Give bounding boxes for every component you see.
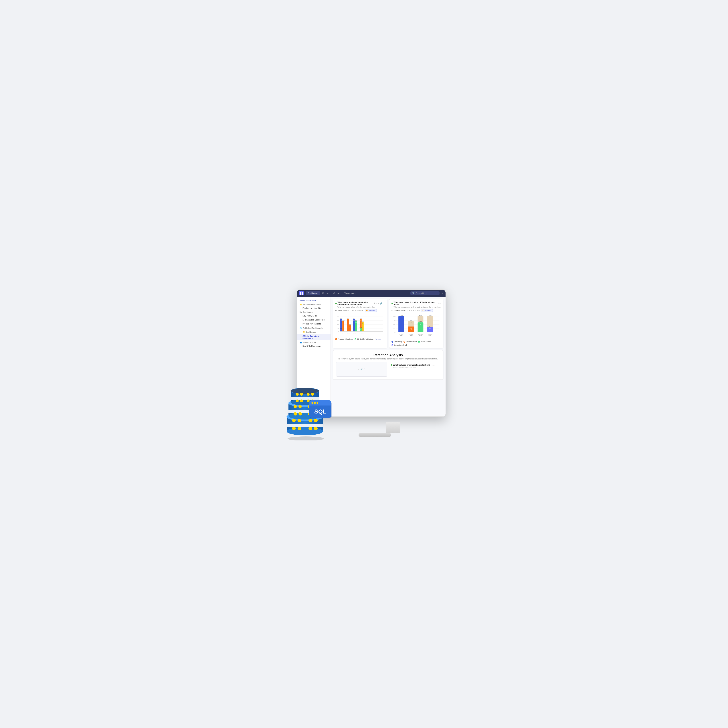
svg-text:61.8%: 61.8% — [419, 321, 422, 322]
svg-rect-13 — [343, 321, 344, 332]
svg-point-90 — [288, 436, 324, 440]
chart2-area: 100% 75% 50% 25% 0% — [392, 314, 441, 340]
svg-text:3: Stream: 3: Stream — [418, 333, 423, 335]
legend-item-purchase: ● Purchase Subscription — [335, 338, 353, 340]
svg-text:0%: 0% — [338, 331, 340, 332]
svg-point-137 — [317, 402, 318, 404]
new-dashboard-button[interactable]: + New Dashboard — [297, 298, 330, 303]
retention-dot — [391, 364, 392, 366]
chart2-title-row: Where are users dropping off in the stre… — [392, 301, 441, 306]
nav-tab-dashboards[interactable]: Dashboards — [306, 291, 320, 295]
chart2-svg: 100% 75% 50% 25% 0% — [392, 314, 441, 340]
svg-text:1: Trial: 1: Trial — [353, 333, 356, 333]
svg-text:84.9%: 84.9% — [342, 320, 344, 321]
logo-dot — [301, 294, 303, 295]
star-icon-ret[interactable]: ☆ — [433, 364, 435, 366]
more-icon[interactable]: ··· — [324, 327, 326, 329]
link-icon[interactable]: 🔗 — [380, 302, 382, 305]
svg-text:3.4K: 3.4K — [410, 322, 412, 323]
legend-label-search: Search Content — [406, 341, 417, 343]
expand-icon[interactable]: ⤢ — [378, 302, 379, 305]
svg-point-114 — [298, 412, 302, 416]
svg-point-93 — [287, 427, 323, 435]
svg-text:31.7%: 31.7% — [428, 326, 431, 327]
svg-text:81.8%: 81.8% — [355, 320, 357, 321]
legend-label-mainlanding: Mainlanding — [394, 341, 402, 343]
nav-tab-cohorts[interactable]: Cohorts — [332, 291, 343, 295]
star-chart2-icon[interactable]: ☆ — [439, 302, 441, 305]
nav-tabs: Dashboards Reports Cohorts Workspaces — [306, 291, 357, 295]
svg-rect-99 — [287, 424, 323, 427]
svg-point-136 — [314, 402, 316, 404]
svg-text:100%: 100% — [347, 318, 349, 319]
sidebar-item-key-yearly[interactable]: Key Yearly KPIs — [297, 314, 330, 318]
retention-features-title: What features are impacting retention? — [393, 364, 430, 366]
content-area: What items are impacting trial to subscr… — [331, 297, 445, 416]
logo-dot — [300, 292, 301, 293]
nav-tab-reports[interactable]: Reports — [321, 291, 331, 295]
svg-point-98 — [314, 419, 318, 422]
svg-point-103 — [314, 427, 318, 430]
sidebar-section-my: My Dashboards — [297, 310, 330, 314]
svg-text:Started: Started — [419, 335, 422, 336]
svg-text:116: 116 — [360, 329, 361, 330]
info-icon-ret[interactable]: ℹ — [432, 364, 433, 366]
info-icon2[interactable]: ℹ — [438, 302, 439, 305]
legend-item-stream-started: 3 Stream Started — [418, 341, 431, 343]
svg-text:S...: S... — [347, 333, 349, 335]
legend-label-notifications: C2: Enable Notifications — [357, 338, 373, 340]
svg-text:15.1%: 15.1% — [340, 328, 343, 329]
retention-section: Retention Analysis re customer loyalty, … — [333, 350, 444, 380]
svg-text:Started: Started — [353, 333, 356, 335]
chart-card-stream: Where are users dropping off in the stre… — [389, 299, 444, 348]
sidebar-item-official-analytics[interactable]: Official Analytics Dashboard — [297, 334, 330, 340]
expand-icon-ret[interactable]: ⤢ — [358, 369, 359, 370]
svg-text:1.1K: 1.1K — [419, 324, 421, 325]
sidebar-item-product-key[interactable]: Product Key Insights — [297, 322, 330, 326]
nav-tab-workspaces[interactable]: Workspaces — [343, 291, 357, 295]
link-icon-ret[interactable]: 🔗 — [361, 369, 362, 370]
star-chart1-icon[interactable]: ☆ — [375, 302, 377, 305]
legend-more[interactable]: +1 more — [375, 338, 381, 340]
sidebar-item-product-key-insights-fav[interactable]: Product Key Insights — [297, 306, 330, 310]
legend-dot-purchase: ● — [335, 338, 337, 340]
svg-text:5.2K: 5.2K — [400, 317, 402, 318]
sidebar-item-key-kpis[interactable]: Key KPIs Dashboard — [297, 344, 330, 348]
chart1-filter-row: All time • 06/05/2022 - 06/05/2022 PDT 🔽… — [335, 309, 385, 312]
search-bar[interactable]: 🔍 Search ⌘ + K — [410, 291, 439, 295]
charts-grid: What items are impacting trial to subscr… — [333, 299, 444, 348]
retention-features-placeholder: Enter a description for this chart... — [391, 367, 439, 369]
chart2-title: Where are users dropping off in the stre… — [394, 301, 437, 306]
legend-label-purchase: Purchase Subscription — [338, 338, 353, 340]
chart1-funnel-btn[interactable]: 🔽 Funnel ▾ — [365, 309, 377, 312]
sql-illustration: SQL — [282, 371, 340, 435]
retention-header: Retention Analysis re customer loyalty, … — [336, 353, 440, 360]
svg-point-128 — [300, 399, 303, 402]
svg-point-123 — [300, 393, 303, 396]
dropdown2-icon: ▾ — [430, 310, 431, 311]
my-dashboards-label: My Dashboards — [300, 311, 313, 313]
retention-title: Retention Analysis — [336, 353, 440, 357]
more-chart1-icon[interactable]: ⋮ — [383, 302, 385, 305]
published-label: Published Dashboards — [303, 327, 323, 329]
info-icon[interactable]: ℹ — [374, 302, 375, 305]
svg-text:100%: 100% — [353, 318, 355, 319]
favorites-label: Favorite Dashboards — [303, 304, 321, 306]
more-icon-ret[interactable]: ⋮ — [364, 369, 365, 370]
favorite-icon[interactable]: ☆ — [441, 292, 444, 295]
chart2-actions: ℹ ☆ — [438, 302, 441, 305]
sidebar-item-kpi-analytics[interactable]: KPI Analytics Dashboard — [297, 318, 330, 322]
svg-text:38.2%: 38.2% — [419, 315, 422, 316]
svg-text:60%: 60% — [337, 324, 340, 325]
sql-svg: SQL — [282, 371, 340, 440]
funnel-icon: 🔽 — [366, 310, 368, 311]
sidebar-section-published: 🌐 Published Dashboards ··· — [297, 326, 330, 330]
published-icon: 🌐 — [300, 327, 302, 329]
svg-point-102 — [309, 427, 312, 430]
search-icon: 🔍 — [412, 292, 415, 294]
sidebar-item-dashboards-folder[interactable]: 📁 Dashboards — [297, 330, 330, 334]
svg-point-108 — [294, 405, 297, 408]
svg-text:100%: 100% — [359, 318, 362, 319]
svg-rect-22 — [349, 326, 351, 332]
chart2-funnel-btn[interactable]: 🔽 Funnel ▾ — [421, 309, 433, 312]
